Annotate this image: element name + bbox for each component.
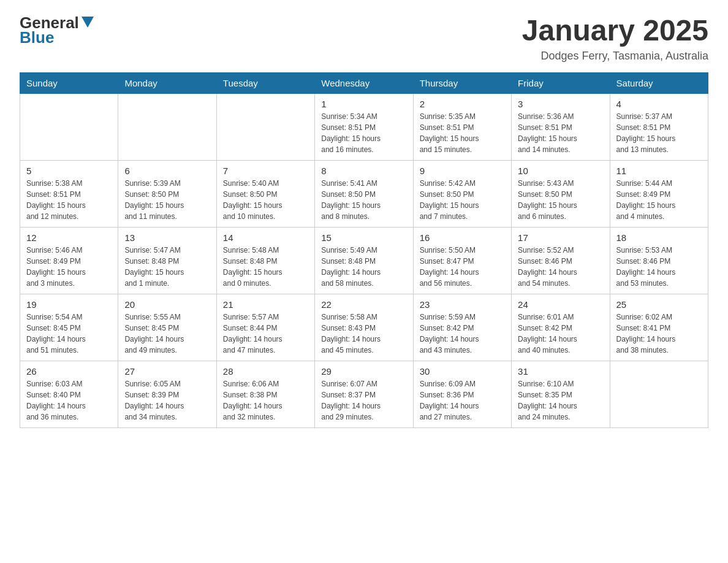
day-number: 2 bbox=[420, 99, 505, 109]
day-number: 25 bbox=[616, 299, 702, 310]
day-number: 7 bbox=[223, 166, 308, 176]
calendar-week-row: 1Sunrise: 5:34 AM Sunset: 8:51 PM Daylig… bbox=[20, 93, 708, 160]
calendar-day-cell: 22Sunrise: 5:58 AM Sunset: 8:43 PM Dayli… bbox=[315, 294, 413, 361]
day-number: 4 bbox=[616, 99, 702, 109]
day-detail: Sunrise: 5:55 AM Sunset: 8:45 PM Dayligh… bbox=[124, 312, 210, 356]
calendar-day-cell: 30Sunrise: 6:09 AM Sunset: 8:36 PM Dayli… bbox=[413, 361, 511, 427]
calendar-day-cell: 14Sunrise: 5:48 AM Sunset: 8:48 PM Dayli… bbox=[216, 227, 314, 294]
weekday-header-row: SundayMondayTuesdayWednesdayThursdayFrid… bbox=[20, 72, 708, 93]
calendar-day-cell: 7Sunrise: 5:40 AM Sunset: 8:50 PM Daylig… bbox=[216, 160, 314, 227]
day-number: 17 bbox=[518, 232, 603, 243]
day-number: 30 bbox=[420, 366, 505, 377]
day-number: 19 bbox=[26, 299, 112, 310]
calendar-week-row: 12Sunrise: 5:46 AM Sunset: 8:49 PM Dayli… bbox=[20, 227, 708, 294]
calendar-day-cell: 25Sunrise: 6:02 AM Sunset: 8:41 PM Dayli… bbox=[610, 294, 708, 361]
day-detail: Sunrise: 5:58 AM Sunset: 8:43 PM Dayligh… bbox=[321, 312, 406, 356]
weekday-header-friday: Friday bbox=[512, 72, 610, 93]
day-detail: Sunrise: 5:38 AM Sunset: 8:51 PM Dayligh… bbox=[26, 178, 112, 222]
calendar-day-cell: 10Sunrise: 5:43 AM Sunset: 8:50 PM Dayli… bbox=[512, 160, 610, 227]
day-detail: Sunrise: 6:01 AM Sunset: 8:42 PM Dayligh… bbox=[518, 312, 603, 356]
weekday-header-monday: Monday bbox=[118, 72, 216, 93]
day-detail: Sunrise: 5:35 AM Sunset: 8:51 PM Dayligh… bbox=[420, 111, 505, 155]
day-number: 22 bbox=[321, 299, 406, 310]
day-detail: Sunrise: 5:36 AM Sunset: 8:51 PM Dayligh… bbox=[518, 111, 603, 155]
day-detail: Sunrise: 6:03 AM Sunset: 8:40 PM Dayligh… bbox=[26, 378, 112, 423]
day-number: 8 bbox=[321, 166, 406, 176]
day-number: 6 bbox=[124, 166, 210, 176]
day-detail: Sunrise: 5:48 AM Sunset: 8:48 PM Dayligh… bbox=[223, 245, 308, 289]
weekday-header-sunday: Sunday bbox=[20, 72, 118, 93]
day-number: 11 bbox=[616, 166, 702, 176]
logo: General Blue bbox=[20, 15, 94, 45]
day-detail: Sunrise: 5:47 AM Sunset: 8:48 PM Dayligh… bbox=[124, 245, 210, 289]
day-detail: Sunrise: 5:37 AM Sunset: 8:51 PM Dayligh… bbox=[616, 111, 702, 155]
weekday-header-saturday: Saturday bbox=[610, 72, 708, 93]
day-detail: Sunrise: 6:06 AM Sunset: 8:38 PM Dayligh… bbox=[223, 378, 308, 423]
calendar-day-cell: 23Sunrise: 5:59 AM Sunset: 8:42 PM Dayli… bbox=[413, 294, 511, 361]
day-detail: Sunrise: 5:57 AM Sunset: 8:44 PM Dayligh… bbox=[223, 312, 308, 356]
calendar-day-cell: 27Sunrise: 6:05 AM Sunset: 8:39 PM Dayli… bbox=[118, 361, 216, 427]
day-number: 5 bbox=[26, 166, 112, 176]
day-detail: Sunrise: 5:54 AM Sunset: 8:45 PM Dayligh… bbox=[26, 312, 112, 356]
day-detail: Sunrise: 5:43 AM Sunset: 8:50 PM Dayligh… bbox=[518, 178, 603, 222]
day-detail: Sunrise: 5:49 AM Sunset: 8:48 PM Dayligh… bbox=[321, 245, 406, 289]
day-detail: Sunrise: 5:52 AM Sunset: 8:46 PM Dayligh… bbox=[518, 245, 603, 289]
calendar-day-cell: 21Sunrise: 5:57 AM Sunset: 8:44 PM Dayli… bbox=[216, 294, 314, 361]
calendar-day-cell bbox=[20, 93, 118, 160]
weekday-header-tuesday: Tuesday bbox=[216, 72, 314, 93]
day-number: 23 bbox=[420, 299, 505, 310]
calendar-table: SundayMondayTuesdayWednesdayThursdayFrid… bbox=[20, 72, 708, 428]
day-detail: Sunrise: 5:39 AM Sunset: 8:50 PM Dayligh… bbox=[124, 178, 210, 222]
calendar-week-row: 26Sunrise: 6:03 AM Sunset: 8:40 PM Dayli… bbox=[20, 361, 708, 427]
day-detail: Sunrise: 5:50 AM Sunset: 8:47 PM Dayligh… bbox=[420, 245, 505, 289]
day-number: 12 bbox=[26, 232, 112, 243]
day-number: 13 bbox=[124, 232, 210, 243]
calendar-week-row: 19Sunrise: 5:54 AM Sunset: 8:45 PM Dayli… bbox=[20, 294, 708, 361]
day-detail: Sunrise: 6:05 AM Sunset: 8:39 PM Dayligh… bbox=[124, 378, 210, 423]
calendar-day-cell: 11Sunrise: 5:44 AM Sunset: 8:49 PM Dayli… bbox=[610, 160, 708, 227]
calendar-day-cell: 13Sunrise: 5:47 AM Sunset: 8:48 PM Dayli… bbox=[118, 227, 216, 294]
calendar-day-cell: 5Sunrise: 5:38 AM Sunset: 8:51 PM Daylig… bbox=[20, 160, 118, 227]
day-number: 21 bbox=[223, 299, 308, 310]
day-detail: Sunrise: 6:09 AM Sunset: 8:36 PM Dayligh… bbox=[420, 378, 505, 423]
calendar-day-cell: 18Sunrise: 5:53 AM Sunset: 8:46 PM Dayli… bbox=[610, 227, 708, 294]
calendar-day-cell: 16Sunrise: 5:50 AM Sunset: 8:47 PM Dayli… bbox=[413, 227, 511, 294]
calendar-day-cell: 15Sunrise: 5:49 AM Sunset: 8:48 PM Dayli… bbox=[315, 227, 413, 294]
calendar-day-cell: 31Sunrise: 6:10 AM Sunset: 8:35 PM Dayli… bbox=[512, 361, 610, 427]
day-number: 16 bbox=[420, 232, 505, 243]
calendar-day-cell: 20Sunrise: 5:55 AM Sunset: 8:45 PM Dayli… bbox=[118, 294, 216, 361]
day-number: 27 bbox=[124, 366, 210, 377]
day-number: 26 bbox=[26, 366, 112, 377]
day-number: 24 bbox=[518, 299, 603, 310]
calendar-day-cell: 19Sunrise: 5:54 AM Sunset: 8:45 PM Dayli… bbox=[20, 294, 118, 361]
day-number: 14 bbox=[223, 232, 308, 243]
logo-blue-text: Blue bbox=[20, 29, 54, 45]
day-number: 29 bbox=[321, 366, 406, 377]
calendar-day-cell: 2Sunrise: 5:35 AM Sunset: 8:51 PM Daylig… bbox=[413, 93, 511, 160]
day-number: 10 bbox=[518, 166, 603, 176]
day-number: 28 bbox=[223, 366, 308, 377]
day-detail: Sunrise: 5:44 AM Sunset: 8:49 PM Dayligh… bbox=[616, 178, 702, 222]
calendar-day-cell: 12Sunrise: 5:46 AM Sunset: 8:49 PM Dayli… bbox=[20, 227, 118, 294]
calendar-day-cell: 4Sunrise: 5:37 AM Sunset: 8:51 PM Daylig… bbox=[610, 93, 708, 160]
day-number: 15 bbox=[321, 232, 406, 243]
header: General Blue January 2025 Dodges Ferry, … bbox=[20, 15, 708, 63]
calendar-day-cell bbox=[610, 361, 708, 427]
day-number: 3 bbox=[518, 99, 603, 109]
calendar-day-cell: 29Sunrise: 6:07 AM Sunset: 8:37 PM Dayli… bbox=[315, 361, 413, 427]
calendar-day-cell: 3Sunrise: 5:36 AM Sunset: 8:51 PM Daylig… bbox=[512, 93, 610, 160]
day-detail: Sunrise: 6:07 AM Sunset: 8:37 PM Dayligh… bbox=[321, 378, 406, 423]
weekday-header-thursday: Thursday bbox=[413, 72, 511, 93]
calendar-day-cell: 17Sunrise: 5:52 AM Sunset: 8:46 PM Dayli… bbox=[512, 227, 610, 294]
day-detail: Sunrise: 6:02 AM Sunset: 8:41 PM Dayligh… bbox=[616, 312, 702, 356]
calendar-day-cell bbox=[118, 93, 216, 160]
day-number: 9 bbox=[420, 166, 505, 176]
calendar-week-row: 5Sunrise: 5:38 AM Sunset: 8:51 PM Daylig… bbox=[20, 160, 708, 227]
day-number: 31 bbox=[518, 366, 603, 377]
calendar-day-cell: 26Sunrise: 6:03 AM Sunset: 8:40 PM Dayli… bbox=[20, 361, 118, 427]
logo-triangle-icon bbox=[82, 17, 94, 28]
day-number: 18 bbox=[616, 232, 702, 243]
day-number: 1 bbox=[321, 99, 406, 109]
calendar-day-cell: 6Sunrise: 5:39 AM Sunset: 8:50 PM Daylig… bbox=[118, 160, 216, 227]
day-detail: Sunrise: 5:42 AM Sunset: 8:50 PM Dayligh… bbox=[420, 178, 505, 222]
